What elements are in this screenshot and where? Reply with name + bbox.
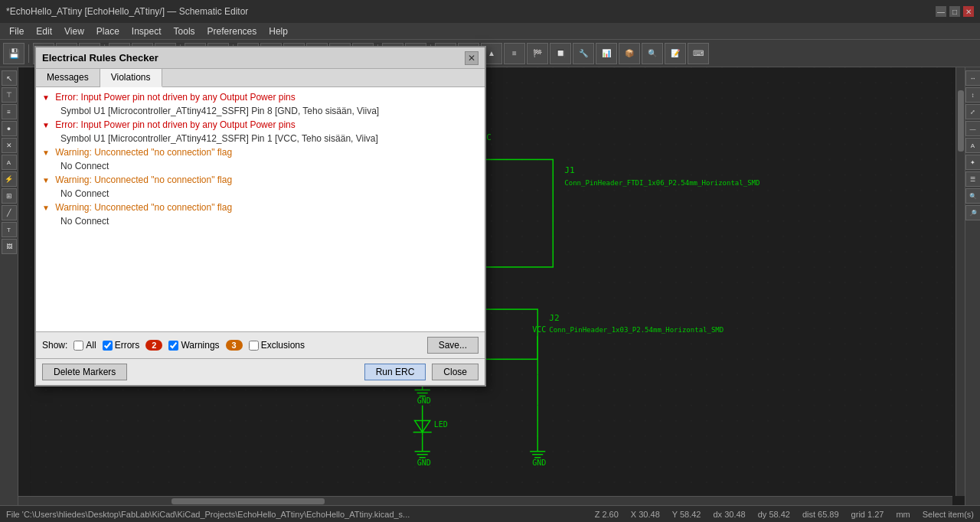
grid-val: grid 1.27 <box>851 510 884 519</box>
violation-warning-1-sub[interactable]: No Connect <box>39 159 482 173</box>
left-sidebar: ↖ ⊤ ≡ ● ✕ A ⚡ ⊞ ╱ T 🖼 <box>0 67 18 505</box>
search2-button[interactable]: 🔍 <box>642 43 663 64</box>
status-bar: File 'C:\Users\hliedes\Desktop\FabLab\Ki… <box>0 505 980 522</box>
symbol-tool[interactable]: ⊞ <box>2 188 17 204</box>
violation-warning-3-sub[interactable]: No Connect <box>39 214 482 228</box>
svg-text:Conn_PinHeader_1x03_P2.54mm_Ho: Conn_PinHeader_1x03_P2.54mm_Horizontal_S… <box>549 326 724 334</box>
erc-dialog-title: Electrical Rules Checker <box>42 52 158 64</box>
close-dialog-button[interactable]: Close <box>432 364 479 380</box>
right-sidebar: ↔ ↕ ⤢ — A ✦ ☰ 🔍 🔎 <box>965 67 980 505</box>
select-tool[interactable]: ↖ <box>2 70 17 86</box>
violation-warning-2-label: Warning: Unconnected "no connection" fla… <box>55 175 232 185</box>
label-tool[interactable]: A <box>2 155 17 170</box>
right-tool-9[interactable]: 🔎 <box>965 205 981 220</box>
violation-error-1[interactable]: ▼ Error: Input Power pin not driven by a… <box>39 90 482 104</box>
power-tool[interactable]: ⚡ <box>2 171 17 187</box>
menu-edit[interactable]: Edit <box>30 23 58 39</box>
right-tool-8[interactable]: 🔍 <box>965 188 981 204</box>
menu-place[interactable]: Place <box>90 23 126 39</box>
exclusions-checkbox[interactable] <box>249 341 259 351</box>
violation-warning-2-sub[interactable]: No Connect <box>39 187 482 201</box>
errors-badge: 2 <box>145 340 162 351</box>
violation-warning-2[interactable]: ▼ Warning: Unconnected "no connection" f… <box>39 173 482 187</box>
right-tool-3[interactable]: ⤢ <box>965 104 981 119</box>
erc-footer: Show: All Errors 2 Warnings 3 Exclusions… <box>36 332 485 359</box>
assign-button[interactable]: ≡ <box>504 43 525 64</box>
v-scrollbar[interactable] <box>956 67 965 496</box>
minimize-button[interactable]: — <box>936 6 946 17</box>
wire-tool[interactable]: ⊤ <box>2 87 17 103</box>
collapse-icon-5: ▼ <box>42 204 50 212</box>
dx-coord: dx 30.48 <box>714 510 746 519</box>
menu-tools[interactable]: Tools <box>168 23 201 39</box>
right-tool-7[interactable]: ☰ <box>965 171 981 187</box>
menu-preferences[interactable]: Preferences <box>201 23 263 39</box>
file-path: File 'C:\Users\hliedes\Desktop\FabLab\Ki… <box>6 510 583 519</box>
erc-tabs: Messages Violations <box>36 69 485 87</box>
violation-error-1-sub[interactable]: Symbol U1 [Microcontroller_ATtiny412_SSF… <box>39 104 482 118</box>
collapse-icon-1: ▼ <box>42 93 50 102</box>
violation-warning-3-sub-text: No Connect <box>60 216 109 227</box>
violation-error-2-sub[interactable]: Symbol U1 [Microcontroller_ATtiny412_SSF… <box>39 132 482 145</box>
svg-text:LED: LED <box>434 420 448 429</box>
action-val: Select item(s) <box>923 510 974 519</box>
delete-markers-button[interactable]: Delete Markers <box>42 364 127 380</box>
menu-help[interactable]: Help <box>263 23 294 39</box>
violation-error-2[interactable]: ▼ Error: Input Power pin not driven by a… <box>39 118 482 132</box>
title-bar: *EchoHello_ATtiny [EchoHello_ATtiny/] — … <box>0 0 980 23</box>
3d-button[interactable]: 📦 <box>619 43 640 64</box>
script-button[interactable]: 📝 <box>665 43 686 64</box>
svg-text:GND: GND <box>532 458 546 467</box>
right-tool-4[interactable]: — <box>965 121 981 136</box>
tab-violations[interactable]: Violations <box>100 69 162 87</box>
right-tool-2[interactable]: ↕ <box>965 87 981 103</box>
erc-dialog: Electrical Rules Checker ✕ Messages Viol… <box>34 46 486 387</box>
menu-inspect[interactable]: Inspect <box>126 23 168 39</box>
svg-text:VCC: VCC <box>532 325 546 334</box>
erc-button[interactable]: 🏁 <box>527 43 548 64</box>
unit-val: mm <box>896 510 910 519</box>
scripting-button[interactable]: ⌨ <box>688 43 709 64</box>
violation-warning-1[interactable]: ▼ Warning: Unconnected "no connection" f… <box>39 145 482 159</box>
window-title: *EchoHello_ATtiny [EchoHello_ATtiny/] — … <box>6 6 248 17</box>
run-erc-button[interactable]: Run ERC <box>364 364 426 380</box>
no-connect-tool[interactable]: ✕ <box>2 138 17 153</box>
warnings-label: Warnings <box>181 340 219 351</box>
erc-close-button[interactable]: ✕ <box>465 51 479 65</box>
svg-text:Conn_PinHeader_FTDI_1x06_P2.54: Conn_PinHeader_FTDI_1x06_P2.54mm_Horizon… <box>564 179 760 187</box>
warnings-checkbox[interactable] <box>168 341 178 351</box>
y-coord: Y 58.42 <box>672 510 701 519</box>
line-tool[interactable]: ╱ <box>2 205 17 220</box>
right-tool-6[interactable]: ✦ <box>965 155 981 170</box>
all-checkbox[interactable] <box>74 341 83 351</box>
violation-warning-1-label: Warning: Unconnected "no connection" fla… <box>55 147 232 158</box>
errors-checkbox[interactable] <box>103 341 113 351</box>
erc-violations-list[interactable]: ▼ Error: Input Power pin not driven by a… <box>36 87 485 332</box>
violation-warning-3[interactable]: ▼ Warning: Unconnected "no connection" f… <box>39 201 482 214</box>
menu-view[interactable]: View <box>58 23 90 39</box>
tab-messages[interactable]: Messages <box>36 69 100 86</box>
h-scrollbar[interactable] <box>18 496 952 505</box>
violation-warning-1-sub-text: No Connect <box>60 161 109 171</box>
right-tool-5[interactable]: A <box>965 138 981 153</box>
image-tool[interactable]: 🖼 <box>2 239 17 254</box>
all-checkbox-label: All <box>74 340 96 351</box>
show-label: Show: <box>42 340 67 351</box>
close-button[interactable]: ✕ <box>963 6 974 17</box>
board-button[interactable]: 🔲 <box>550 43 571 64</box>
right-tool-1[interactable]: ↔ <box>965 70 981 86</box>
text-tool[interactable]: T <box>2 222 17 237</box>
bus-tool[interactable]: ≡ <box>2 104 17 119</box>
menu-file[interactable]: File <box>3 23 30 39</box>
bom-button[interactable]: 📊 <box>596 43 617 64</box>
junction-tool[interactable]: ● <box>2 121 17 136</box>
save-button[interactable]: Save... <box>427 337 479 354</box>
footprint-button[interactable]: 🔧 <box>573 43 594 64</box>
save-button[interactable]: 💾 <box>3 43 24 64</box>
violation-warning-3-label: Warning: Unconnected "no connection" fla… <box>55 202 232 213</box>
svg-text:J1: J1 <box>564 165 574 175</box>
svg-text:GND: GND <box>417 396 431 405</box>
svg-text:J2: J2 <box>549 313 559 323</box>
maximize-button[interactable]: □ <box>949 6 960 17</box>
svg-text:GND: GND <box>417 458 431 467</box>
